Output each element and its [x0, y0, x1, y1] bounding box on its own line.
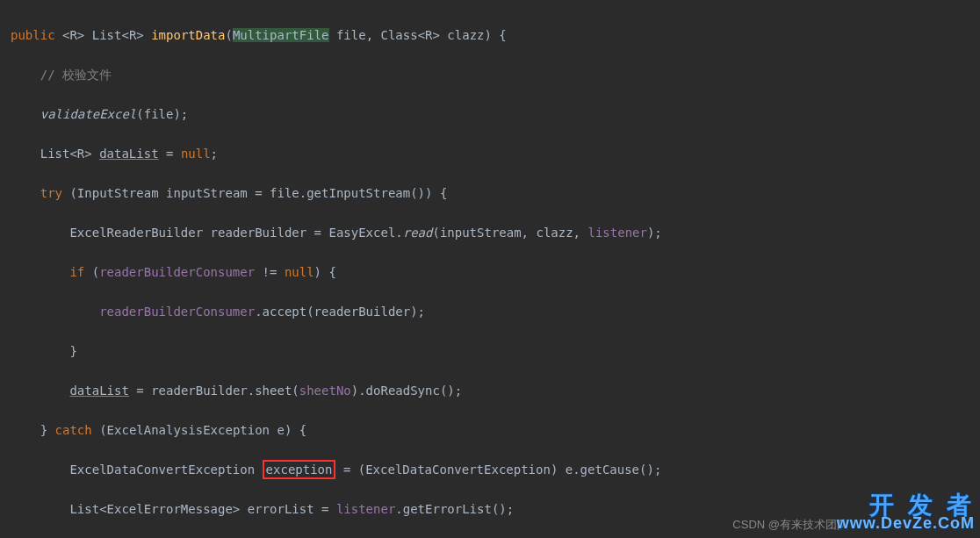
code-line: validateExcel(file); — [11, 104, 980, 125]
code-line: } catch (ExcelAnalysisException e) { — [11, 420, 980, 441]
code-line: ExcelReaderBuilder readerBuilder = EasyE… — [11, 223, 980, 243]
code-line: // 校验文件 — [11, 65, 980, 85]
code-line: List<R> dataList = null; — [11, 144, 980, 164]
code-line: dataList = readerBuilder.sheet(sheetNo).… — [11, 381, 980, 401]
code-line: public <R> List<R> importData(MultipartF… — [11, 25, 980, 46]
code-line: readerBuilderConsumer.accept(readerBuild… — [11, 302, 980, 322]
code-line: if (readerBuilderConsumer != null) { — [11, 262, 980, 283]
code-line: try (InputStream inputStream = file.getI… — [11, 183, 980, 204]
code-line: ExcelDataConvertException exception = (E… — [11, 460, 980, 480]
highlight-exception-var: exception — [263, 460, 336, 479]
code-editor[interactable]: public <R> List<R> importData(MultipartF… — [0, 0, 980, 538]
code-line: } — [11, 341, 980, 362]
code-line: List<ExcelErrorMessage> errorList = list… — [11, 499, 980, 520]
cursor-highlight: Multip — [233, 28, 277, 42]
